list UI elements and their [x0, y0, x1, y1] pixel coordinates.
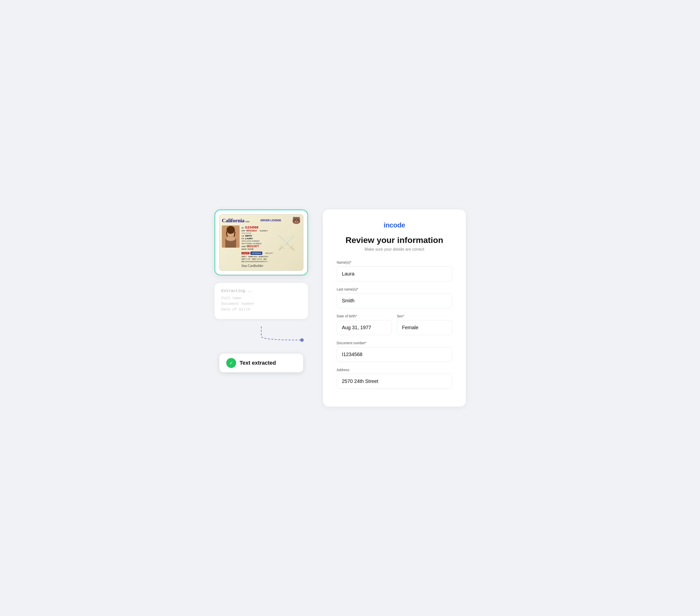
- brand-name: incode: [337, 221, 452, 229]
- dd-val: 00/00/0000NNAN/ANFD/YY: [245, 261, 268, 263]
- barcode-num: 08311977: [265, 252, 273, 254]
- dl-number: I1234568: [245, 225, 258, 229]
- sex-group: Sex*: [397, 314, 452, 335]
- right-panel: incode Review your information Make sure…: [323, 210, 466, 406]
- doc-num-input[interactable]: [337, 347, 452, 362]
- dob-label: Date of birth*: [337, 314, 392, 318]
- address-input[interactable]: [337, 374, 452, 389]
- text-extracted-badge: ✓ Text extracted: [220, 354, 303, 372]
- end-label: END NONE: [241, 232, 251, 234]
- names-input[interactable]: [337, 266, 452, 281]
- sex-label: Sex*: [397, 314, 452, 318]
- last-names-label: Last name(s)*: [337, 287, 452, 291]
- extraction-field-3: Date of birth: [221, 307, 301, 312]
- svg-point-3: [226, 237, 235, 241]
- address-group: Address: [337, 368, 452, 389]
- id-city-state: ANYTOWN, CA 95818: [241, 242, 301, 245]
- bear-icon: 🐻: [292, 216, 301, 225]
- dob-sex-row: Date of birth* Sex*: [337, 314, 452, 341]
- extraction-panel: Extracting... Full name Document number …: [214, 283, 308, 319]
- state-name: California: [222, 217, 245, 224]
- left-panel: ⚔️ California USA DRIVER LICENSE 🐻: [214, 210, 308, 372]
- main-container: ⚔️ California USA DRIVER LICENSE 🐻: [214, 210, 486, 406]
- doc-num-group: Document number*: [337, 341, 452, 362]
- id-info: DL I1234568 EXP 08/31/2014 CLASS C END N…: [241, 225, 301, 268]
- extraction-status: Extracting...: [221, 289, 301, 293]
- dob-input[interactable]: [337, 320, 392, 335]
- id-rstr: NONE: [248, 248, 254, 250]
- id-first-name: LAURA: [245, 237, 253, 240]
- doc-num-label: Document number*: [337, 341, 452, 345]
- sex-input[interactable]: [397, 320, 452, 335]
- dob-group: Date of birth*: [337, 314, 392, 335]
- id-card-wrapper: ⚔️ California USA DRIVER LICENSE 🐻: [214, 210, 308, 276]
- exp-label: EXP: [241, 230, 245, 232]
- last-names-input[interactable]: [337, 293, 452, 308]
- wgt-val: 125 lb: [257, 258, 262, 260]
- card-type-label: DRIVER LICENSE: [261, 219, 281, 222]
- last-names-group: Last name(s)*: [337, 287, 452, 308]
- id-photo: [222, 225, 240, 248]
- svg-point-5: [300, 338, 304, 342]
- review-subtitle: Make sure your details are correct: [337, 247, 452, 252]
- exp-date: 08/31/2014: [246, 229, 257, 232]
- hair-val: BRN: [253, 255, 257, 258]
- check-icon: ✓: [229, 361, 234, 365]
- id-dob: 08/31/1977: [247, 245, 259, 248]
- country-badge: USA: [246, 221, 250, 223]
- dl-label: DL: [241, 227, 244, 229]
- veteran-badge: VETERAN: [250, 252, 262, 255]
- hgt-val: 5'-05": [246, 258, 251, 260]
- check-circle: ✓: [226, 358, 236, 368]
- address-label: Address: [337, 368, 452, 372]
- id-last-name: SMITH: [245, 235, 252, 237]
- review-title: Review your information: [337, 235, 452, 245]
- donor-badge: DONOR: [241, 252, 249, 254]
- id-card: ⚔️ California USA DRIVER LICENSE 🐻: [219, 214, 303, 271]
- names-label: Name(s)*: [337, 261, 452, 264]
- connector-line: [214, 326, 308, 346]
- sex-label: SEX: [241, 255, 245, 258]
- sex-val: F: [246, 255, 247, 258]
- names-group: Name(s)*: [337, 261, 452, 281]
- extracted-text-label: Text extracted: [240, 360, 276, 366]
- id-address: 2570 24TH STREET: [241, 240, 301, 242]
- extraction-field-1: Full name: [221, 296, 301, 300]
- id-signature: Ima Cardholder: [241, 264, 301, 268]
- svg-point-4: [226, 226, 235, 234]
- eyes-val: BRN: [264, 255, 268, 258]
- class-label: CLASS C: [260, 230, 268, 232]
- extraction-field-2: Document number: [221, 302, 301, 306]
